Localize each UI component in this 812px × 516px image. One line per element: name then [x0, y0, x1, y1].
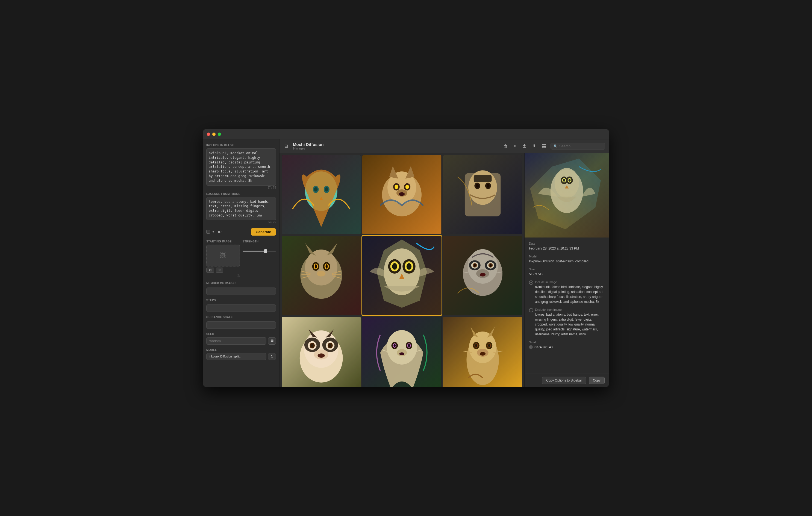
download-button[interactable] [521, 142, 528, 150]
sparkle-button[interactable]: ✦ [512, 142, 518, 150]
num-images-input[interactable]: 9 [206, 288, 276, 295]
search-input[interactable] [559, 144, 602, 148]
fullscreen-button[interactable] [218, 133, 221, 136]
images-and-detail: Date February 28, 2023 at 10:23:33 PM Mo… [280, 153, 609, 387]
detail-actions: Copy Options to Sidebar Copy [525, 374, 609, 387]
steps-group: STEPS 12 [206, 298, 276, 312]
detail-include-content: Include in Image nvinkpunk, falcon bird,… [535, 280, 605, 304]
seed-row: ⚄ [206, 337, 276, 345]
svg-point-50 [392, 263, 397, 270]
svg-rect-3 [544, 146, 546, 148]
view-toggle-button[interactable] [541, 142, 547, 150]
svg-rect-30 [473, 175, 492, 182]
delete-button[interactable]: 🗑 [502, 143, 509, 150]
detail-size-field: Size 512 x 512 [529, 267, 605, 277]
sidebar: INCLUDE IN IMAGE nvinkpunk, meerkat anim… [203, 139, 280, 387]
image-cell-9[interactable] [443, 317, 522, 387]
close-button[interactable] [207, 133, 210, 136]
svg-point-29 [487, 184, 490, 188]
image-grid [282, 155, 522, 387]
detail-date-value: February 28, 2023 at 10:23:33 PM [529, 246, 605, 251]
svg-point-19 [395, 185, 398, 189]
detail-date-field: Date February 28, 2023 at 10:23:33 PM [529, 242, 605, 251]
svg-point-88 [394, 344, 396, 347]
detail-date-label: Date [529, 242, 605, 245]
detail-seed-label: Seed [529, 341, 605, 344]
guidance-input[interactable]: 9.0 [206, 321, 276, 329]
copy-options-button[interactable]: Copy Options to Sidebar [542, 377, 586, 384]
image-drop-icons: 🖼 ✕ [206, 267, 240, 273]
refresh-button[interactable]: ↻ [268, 353, 276, 360]
search-box: 🔍 [551, 143, 605, 149]
detail-seed-field: Seed + 3374878148 [529, 341, 605, 349]
app-body: INCLUDE IN IMAGE nvinkpunk, meerkat anim… [203, 139, 609, 387]
seed-input[interactable] [206, 337, 266, 345]
sidebar-toggle-icon: ⊟ [284, 144, 288, 148]
svg-point-91 [400, 352, 404, 355]
seed-label: SEED [206, 333, 276, 336]
include-char-count: 57 / 75 [206, 186, 276, 189]
svg-point-33 [305, 250, 337, 286]
include-prompt[interactable]: nvinkpunk, meerkat animal, intricate, el… [206, 148, 276, 185]
detail-seed-row: + 3374878148 [529, 345, 605, 349]
seed-copy-icon[interactable]: + [529, 345, 533, 349]
svg-point-51 [407, 263, 411, 270]
detail-include-row: + Include in Image nvinkpunk, falcon bir… [529, 280, 605, 304]
sidebar-toggle-button[interactable]: ⊟ [283, 142, 289, 150]
minimize-button[interactable] [212, 133, 215, 136]
image-cell-2[interactable] [362, 155, 441, 234]
app-window: INCLUDE IN IMAGE nvinkpunk, meerkat anim… [203, 129, 609, 387]
detail-panel: Date February 28, 2023 at 10:23:33 PM Mo… [524, 153, 609, 387]
model-group: MODEL Inkpunk-Diffusion_split... ↻ [206, 347, 276, 360]
share-button[interactable] [531, 142, 538, 150]
image-cell-5[interactable] [362, 236, 441, 315]
detail-seed-value: 3374878148 [534, 345, 553, 349]
detail-exclude-row: − Exclude from Image lowres, bad anatomy… [529, 308, 605, 337]
svg-rect-11 [282, 155, 361, 234]
image-clear-button[interactable]: ✕ [216, 267, 223, 273]
strength-slider-container [242, 251, 276, 252]
detail-model-field: Model Inkpunk-Diffusion_split-einsum_com… [529, 255, 605, 264]
svg-rect-0 [542, 144, 544, 145]
svg-rect-81 [282, 317, 361, 387]
detail-exclude-value: lowres, bad anatomy, bad hands, text, er… [535, 312, 605, 337]
header-actions: 🗑 ✦ 🔍 [502, 142, 605, 150]
collection-count: 9 images [293, 147, 324, 150]
image-cell-8[interactable] [362, 317, 441, 387]
starting-image-row: STARTING IMAGE 🖼 🖼 ✕ ⓘ STRENGTH [206, 239, 276, 278]
exclude-prompt[interactable]: lowres, bad anatomy, bad hands, text, er… [206, 197, 276, 220]
detail-size-value: 512 x 512 [529, 272, 605, 277]
image-cell-1[interactable] [282, 155, 361, 234]
svg-point-22 [399, 192, 405, 196]
model-select[interactable]: Inkpunk-Diffusion_split... [206, 353, 266, 360]
image-import-button[interactable]: 🖼 [206, 267, 214, 273]
svg-point-28 [476, 184, 479, 188]
dice-button[interactable]: ⚄ [268, 337, 276, 345]
strength-thumb [264, 249, 267, 253]
svg-point-83 [387, 330, 417, 364]
exclude-char-count: 64 / 75 [206, 221, 276, 224]
image-cell-7[interactable] [282, 317, 361, 387]
guidance-label: GUIDANCE SCALE [206, 316, 276, 319]
image-drop-area[interactable]: 🖼 [206, 245, 240, 266]
svg-point-89 [408, 344, 410, 347]
svg-rect-2 [542, 146, 544, 148]
strength-slider[interactable] [242, 251, 276, 252]
image-cell-4[interactable] [282, 236, 361, 315]
hd-label: HD [216, 230, 222, 234]
image-cell-6[interactable] [443, 236, 522, 315]
titlebar [203, 129, 609, 139]
svg-point-42 [317, 271, 326, 277]
svg-point-20 [405, 185, 409, 189]
copy-button[interactable]: Copy [589, 377, 605, 384]
image-cell-3[interactable] [443, 155, 522, 234]
detail-info: Date February 28, 2023 at 10:23:33 PM Mo… [525, 237, 609, 374]
detail-exclude-label: Exclude from Image [535, 308, 605, 311]
hd-checkbox[interactable] [206, 230, 210, 234]
svg-point-65 [480, 273, 486, 277]
generate-button[interactable]: Generate [251, 228, 276, 236]
steps-input[interactable]: 12 [206, 305, 276, 312]
detail-exclude-field: − Exclude from Image lowres, bad anatomy… [529, 308, 605, 337]
num-images-label: NUMBER OF IMAGES [206, 282, 276, 285]
hd-icon: ✦ [212, 230, 215, 234]
